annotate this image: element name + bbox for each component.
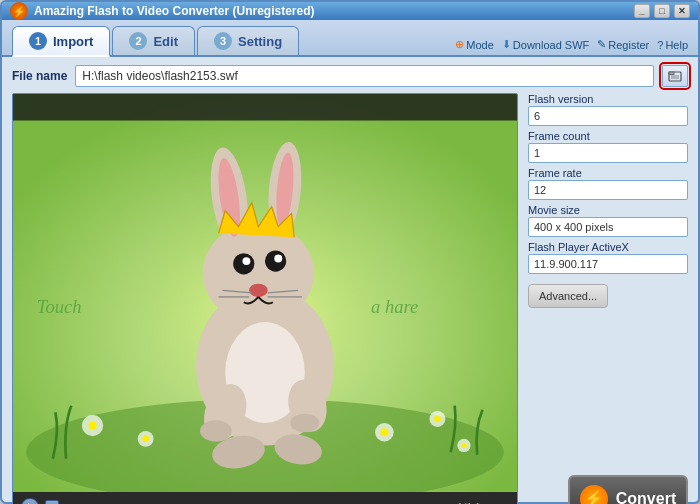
frame-count-field: Frame count [528, 130, 688, 163]
file-name-label: File name [12, 69, 67, 83]
file-row: File name [12, 65, 688, 87]
svg-rect-1 [669, 72, 674, 75]
browse-icon [668, 69, 682, 83]
svg-rect-6 [13, 94, 517, 121]
file-name-input[interactable] [75, 65, 654, 87]
mode-action[interactable]: ⊕ Mode [455, 38, 494, 51]
svg-point-27 [274, 254, 282, 262]
video-frame: Touch a hare [13, 94, 517, 492]
browse-button[interactable] [662, 65, 688, 87]
tab-edit-label: Edit [153, 34, 178, 49]
tab-setting-number: 3 [214, 32, 232, 50]
svg-point-28 [249, 284, 268, 297]
help-action[interactable]: ? Help [657, 39, 688, 51]
close-button[interactable]: ✕ [674, 4, 690, 18]
frame-count-label: Frame count [528, 130, 688, 142]
tab-import[interactable]: 1 Import [12, 26, 110, 57]
maximize-button[interactable]: □ [654, 4, 670, 18]
tab-setting-label: Setting [238, 34, 282, 49]
activex-value[interactable] [528, 254, 688, 274]
convert-icon: ⚡ [580, 485, 608, 504]
movie-size-field: Movie size [528, 204, 688, 237]
convert-button[interactable]: ⚡ Convert [568, 475, 688, 504]
svg-point-15 [434, 416, 441, 423]
main-content: File name [2, 57, 698, 504]
svg-text:Touch: Touch [37, 296, 82, 317]
window-title: Amazing Flash to Video Converter (Unregi… [34, 4, 315, 18]
flash-version-value[interactable] [528, 106, 688, 126]
flash-version-label: Flash version [528, 93, 688, 105]
stop-button[interactable] [45, 500, 59, 504]
svg-text:a hare: a hare [371, 296, 418, 317]
play-button[interactable] [21, 498, 39, 504]
frame-count-value[interactable] [528, 143, 688, 163]
activex-label: Flash Player ActiveX [528, 241, 688, 253]
tab-import-number: 1 [29, 32, 47, 50]
svg-point-36 [200, 420, 232, 441]
tab-edit[interactable]: 2 Edit [112, 26, 195, 55]
activex-field: Flash Player ActiveX [528, 241, 688, 274]
svg-point-26 [242, 257, 250, 265]
svg-point-13 [380, 428, 388, 436]
title-bar-left: ⚡ Amazing Flash to Video Converter (Unre… [10, 2, 315, 20]
tab-setting[interactable]: 3 Setting [197, 26, 299, 55]
application-window: ⚡ Amazing Flash to Video Converter (Unre… [0, 0, 700, 504]
movie-size-label: Movie size [528, 204, 688, 216]
title-bar-controls: _ □ ✕ [634, 4, 690, 18]
convert-section: ⚡ Convert [528, 475, 688, 504]
tab-edit-number: 2 [129, 32, 147, 50]
register-action[interactable]: ✎ Register [597, 38, 649, 51]
video-controls: 1/1 frames [13, 492, 517, 504]
svg-point-9 [89, 422, 97, 430]
right-panel: Flash version Frame count Frame rate Mov… [528, 93, 688, 504]
tab-bar: 1 Import 2 Edit 3 Setting ⊕ Mode ⬇ Downl… [2, 20, 698, 57]
download-swf-action[interactable]: ⬇ Download SWF [502, 38, 589, 51]
video-preview: Touch a hare 1/1 frames [12, 93, 518, 504]
title-bar: ⚡ Amazing Flash to Video Converter (Unre… [2, 2, 698, 20]
frame-rate-field: Frame rate [528, 167, 688, 200]
svg-point-11 [142, 436, 149, 443]
frame-rate-value[interactable] [528, 180, 688, 200]
movie-size-value[interactable] [528, 217, 688, 237]
frame-rate-label: Frame rate [528, 167, 688, 179]
content-area: Touch a hare 1/1 frames [12, 93, 688, 504]
flash-version-field: Flash version [528, 93, 688, 126]
advanced-button[interactable]: Advanced... [528, 284, 608, 308]
svg-point-17 [461, 443, 466, 448]
svg-point-19 [203, 223, 314, 324]
app-icon: ⚡ [10, 2, 28, 20]
flash-info-section: Flash version Frame count Frame rate Mov… [528, 93, 688, 469]
convert-label: Convert [616, 490, 676, 504]
minimize-button[interactable]: _ [634, 4, 650, 18]
rabbit-illustration: Touch a hare [13, 94, 517, 492]
toolbar-actions: ⊕ Mode ⬇ Download SWF ✎ Register ? Help [455, 38, 688, 55]
svg-point-37 [290, 414, 319, 433]
tab-import-label: Import [53, 34, 93, 49]
